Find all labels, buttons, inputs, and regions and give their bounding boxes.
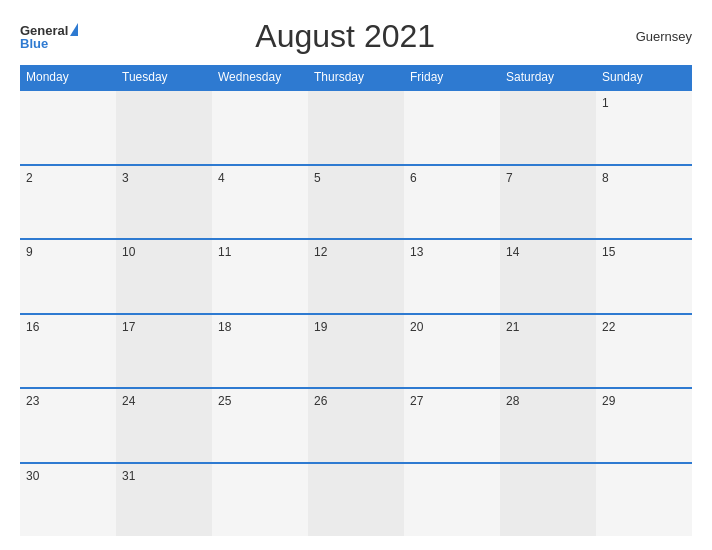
week-row-4: 23242526272829 — [20, 387, 692, 462]
day-number: 12 — [314, 245, 327, 259]
day-number: 5 — [314, 171, 321, 185]
cal-cell: 21 — [500, 315, 596, 388]
cal-cell: 2 — [20, 166, 116, 239]
cal-cell — [116, 91, 212, 164]
day-number: 7 — [506, 171, 513, 185]
logo-blue-text: Blue — [20, 37, 48, 50]
day-number: 10 — [122, 245, 135, 259]
header: General Blue August 2021 Guernsey — [20, 18, 692, 55]
day-number: 28 — [506, 394, 519, 408]
week-row-5: 3031 — [20, 462, 692, 537]
cal-cell: 11 — [212, 240, 308, 313]
cal-cell — [500, 464, 596, 537]
page: General Blue August 2021 Guernsey Monday… — [0, 0, 712, 550]
cal-cell: 16 — [20, 315, 116, 388]
cal-cell: 13 — [404, 240, 500, 313]
day-number: 31 — [122, 469, 135, 483]
day-number: 29 — [602, 394, 615, 408]
day-number: 24 — [122, 394, 135, 408]
cal-cell — [596, 464, 692, 537]
cal-cell — [20, 91, 116, 164]
day-number: 26 — [314, 394, 327, 408]
day-number: 1 — [602, 96, 609, 110]
day-header-thursday: Thursday — [308, 65, 404, 89]
day-number: 3 — [122, 171, 129, 185]
cal-cell — [212, 91, 308, 164]
cal-cell: 18 — [212, 315, 308, 388]
cal-cell: 23 — [20, 389, 116, 462]
cal-cell: 6 — [404, 166, 500, 239]
day-number: 15 — [602, 245, 615, 259]
day-number: 14 — [506, 245, 519, 259]
week-row-0: 1 — [20, 89, 692, 164]
day-number: 21 — [506, 320, 519, 334]
cal-cell: 8 — [596, 166, 692, 239]
cal-cell: 31 — [116, 464, 212, 537]
cal-cell: 12 — [308, 240, 404, 313]
week-row-1: 2345678 — [20, 164, 692, 239]
cal-cell — [500, 91, 596, 164]
day-number: 20 — [410, 320, 423, 334]
day-header-saturday: Saturday — [500, 65, 596, 89]
cal-cell — [308, 91, 404, 164]
logo: General Blue — [20, 23, 78, 50]
logo-row: General — [20, 23, 78, 37]
day-header-tuesday: Tuesday — [116, 65, 212, 89]
week-row-3: 16171819202122 — [20, 313, 692, 388]
day-header-friday: Friday — [404, 65, 500, 89]
cal-cell: 22 — [596, 315, 692, 388]
cal-cell: 9 — [20, 240, 116, 313]
day-number: 23 — [26, 394, 39, 408]
cal-cell: 19 — [308, 315, 404, 388]
cal-cell: 5 — [308, 166, 404, 239]
cal-cell: 29 — [596, 389, 692, 462]
day-number: 13 — [410, 245, 423, 259]
month-title: August 2021 — [78, 18, 612, 55]
cal-cell: 3 — [116, 166, 212, 239]
day-number: 8 — [602, 171, 609, 185]
cal-cell: 25 — [212, 389, 308, 462]
cal-cell: 15 — [596, 240, 692, 313]
day-number: 30 — [26, 469, 39, 483]
day-number: 4 — [218, 171, 225, 185]
day-number: 2 — [26, 171, 33, 185]
cal-cell — [404, 91, 500, 164]
calendar: MondayTuesdayWednesdayThursdayFridaySatu… — [20, 65, 692, 536]
day-number: 16 — [26, 320, 39, 334]
day-header-monday: Monday — [20, 65, 116, 89]
cal-cell: 30 — [20, 464, 116, 537]
day-number: 11 — [218, 245, 231, 259]
cal-cell: 10 — [116, 240, 212, 313]
logo-general-text: General — [20, 24, 68, 37]
region-label: Guernsey — [612, 29, 692, 44]
cal-cell: 28 — [500, 389, 596, 462]
cal-cell — [212, 464, 308, 537]
day-number: 19 — [314, 320, 327, 334]
logo-triangle-icon — [70, 23, 78, 36]
cal-cell: 1 — [596, 91, 692, 164]
week-row-2: 9101112131415 — [20, 238, 692, 313]
day-number: 25 — [218, 394, 231, 408]
calendar-header: MondayTuesdayWednesdayThursdayFridaySatu… — [20, 65, 692, 89]
day-header-wednesday: Wednesday — [212, 65, 308, 89]
cal-cell — [404, 464, 500, 537]
calendar-body: 1234567891011121314151617181920212223242… — [20, 89, 692, 536]
cal-cell: 4 — [212, 166, 308, 239]
cal-cell: 27 — [404, 389, 500, 462]
day-header-sunday: Sunday — [596, 65, 692, 89]
day-number: 18 — [218, 320, 231, 334]
cal-cell: 24 — [116, 389, 212, 462]
day-number: 6 — [410, 171, 417, 185]
day-number: 9 — [26, 245, 33, 259]
day-number: 22 — [602, 320, 615, 334]
cal-cell — [308, 464, 404, 537]
cal-cell: 14 — [500, 240, 596, 313]
logo-text: General Blue — [20, 23, 78, 50]
cal-cell: 17 — [116, 315, 212, 388]
cal-cell: 7 — [500, 166, 596, 239]
day-number: 17 — [122, 320, 135, 334]
cal-cell: 20 — [404, 315, 500, 388]
cal-cell: 26 — [308, 389, 404, 462]
day-number: 27 — [410, 394, 423, 408]
